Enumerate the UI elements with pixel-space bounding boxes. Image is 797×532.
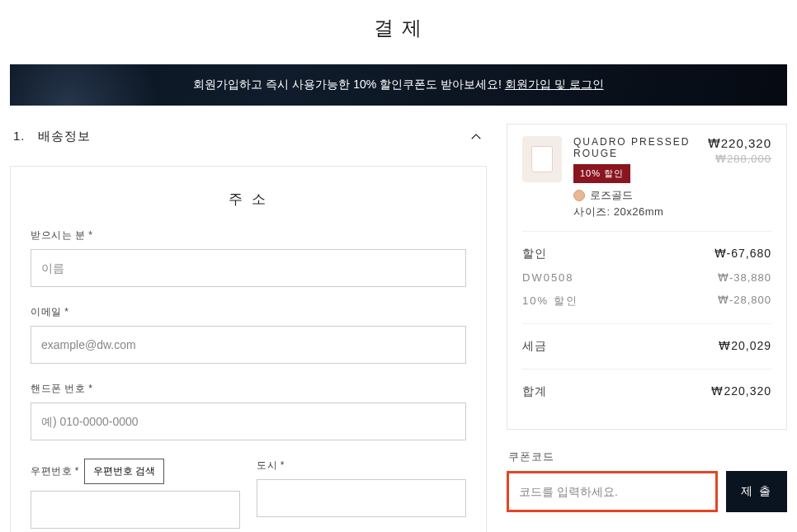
signup-login-link[interactable]: 회원가입 및 로그인 <box>505 78 604 91</box>
name-input[interactable] <box>31 249 466 287</box>
email-label: 이메일 * <box>31 305 466 319</box>
discount-value: ₩-67,680 <box>714 247 771 261</box>
discount-label: 할인 <box>522 247 547 261</box>
zip-label: 우편번호 * <box>31 464 79 478</box>
coupon-input[interactable] <box>507 471 718 512</box>
size-value: 20x26mm <box>614 205 664 218</box>
city-label: 도시 * <box>257 459 466 473</box>
price-current: ₩220,320 <box>708 136 771 151</box>
phone-label: 핸드폰 번호 * <box>31 382 466 396</box>
discount-badge: 10% 할인 <box>573 164 630 183</box>
section-title: 1. 배송정보 <box>13 129 91 144</box>
size-prefix: 사이즈: <box>573 205 611 218</box>
cart-item: QUADRO PRESSED ROUGE 10% 할인 로즈골드 사이즈: 20… <box>522 136 771 232</box>
pct-label: 10% 할인 <box>522 294 578 308</box>
city-input[interactable] <box>257 479 466 517</box>
pct-value: ₩-28,800 <box>718 294 771 308</box>
chevron-up-icon <box>469 129 483 144</box>
price-original: ₩288,000 <box>708 153 771 165</box>
name-label: 받으시는 분 * <box>31 228 466 242</box>
color-label: 로즈골드 <box>590 188 633 203</box>
total-label: 합계 <box>522 384 547 399</box>
panel-heading: 주 소 <box>31 190 466 209</box>
coupon-submit-button[interactable]: 제 출 <box>726 471 787 512</box>
dw0508-label: DW0508 <box>522 271 574 284</box>
banner-text: 회원가입하고 즉시 사용가능한 10% 할인쿠폰도 받아보세요! <box>193 78 501 91</box>
dw0508-value: ₩-38,880 <box>718 271 771 284</box>
coupon-title: 쿠폰코드 <box>508 450 787 464</box>
total-value: ₩220,320 <box>711 384 771 399</box>
zip-input[interactable] <box>31 491 240 529</box>
product-name: QUADRO PRESSED ROUGE <box>573 136 696 159</box>
product-image <box>522 136 562 182</box>
tax-label: 세금 <box>522 339 547 354</box>
phone-input[interactable] <box>31 403 466 440</box>
page-title: 결 제 <box>10 15 787 41</box>
email-input[interactable] <box>31 326 466 364</box>
zip-search-button[interactable]: 우편번호 검색 <box>84 459 164 484</box>
address-panel: 주 소 받으시는 분 * 이메일 * 핸드폰 번호 * 우편번호 <box>10 166 487 532</box>
color-swatch-icon <box>573 190 585 201</box>
shipping-section-header[interactable]: 1. 배송정보 <box>10 124 487 166</box>
tax-value: ₩20,029 <box>719 339 771 354</box>
signup-banner: 회원가입하고 즉시 사용가능한 10% 할인쿠폰도 받아보세요! 회원가입 및 … <box>10 64 787 106</box>
order-summary: QUADRO PRESSED ROUGE 10% 할인 로즈골드 사이즈: 20… <box>507 124 787 430</box>
